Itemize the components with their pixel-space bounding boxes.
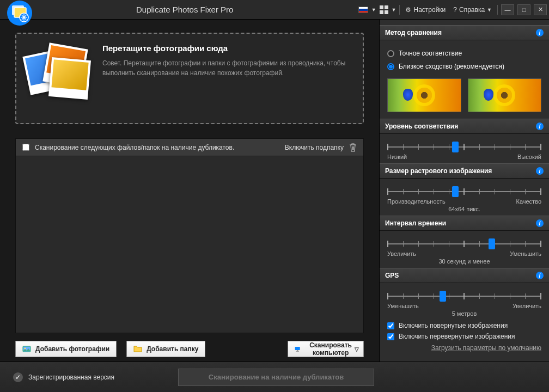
monitor-icon xyxy=(295,345,300,353)
check-icon: ✓ xyxy=(13,372,23,382)
svg-rect-8 xyxy=(296,351,298,352)
add-photos-button[interactable]: Добавить фотографии xyxy=(15,341,117,357)
time-interval-slider[interactable] xyxy=(387,241,541,247)
language-flag-icon[interactable] xyxy=(358,7,368,13)
help-button[interactable]: ?Справка▼ xyxy=(451,6,494,14)
include-flipped-checkbox[interactable] xyxy=(387,333,394,340)
include-rotated-checkbox[interactable] xyxy=(387,322,394,329)
include-subfolder-label: Включить подпапку xyxy=(285,144,344,151)
chevron-down-icon: ▽ xyxy=(355,346,359,352)
qr-icon[interactable] xyxy=(380,5,388,14)
chevron-down-icon: ▼ xyxy=(487,7,492,13)
scan-computer-button[interactable]: Сканировать компьютер ▽ xyxy=(288,341,364,357)
info-icon[interactable]: i xyxy=(536,219,544,227)
preview-image-left xyxy=(387,78,461,112)
section-bitmap-size: Размер растрового изображения i xyxy=(380,163,549,179)
scan-computer-label: Сканировать компьютер xyxy=(304,341,357,357)
trash-icon[interactable] xyxy=(349,143,357,152)
scan-duplicates-button[interactable]: Сканирование на наличие дубликатов xyxy=(178,369,374,386)
include-rotated-row[interactable]: Включить повернутые изображения xyxy=(380,320,549,331)
chevron-down-icon[interactable]: ▼ xyxy=(392,7,396,13)
app-title: Duplicate Photos Fixer Pro xyxy=(33,5,358,14)
photos-stack-icon xyxy=(26,44,91,103)
app-logo-icon xyxy=(7,0,33,26)
dropzone-hint: Совет. Перетащите фотографии и папки с ф… xyxy=(102,58,353,78)
radio-exact-match[interactable]: Точное соответствие xyxy=(387,47,541,60)
maximize-button[interactable]: □ xyxy=(517,4,530,15)
section-match-level: Уровень соответствия i xyxy=(380,119,549,134)
add-folder-label: Добавить папку xyxy=(147,345,198,353)
dropzone-heading: Перетащите фотографии сюда xyxy=(102,44,353,53)
bitmap-value: 64x64 пикс. xyxy=(387,206,541,212)
scanlist-heading: Сканирование следующих файлов/папок на н… xyxy=(35,144,279,151)
section-gps: GPS i xyxy=(380,268,549,283)
load-defaults-link[interactable]: Загрузить параметры по умолчанию xyxy=(380,342,549,354)
photo-icon xyxy=(22,345,31,353)
add-folder-button[interactable]: Добавить папку xyxy=(126,341,205,357)
help-icon: ? xyxy=(453,6,457,14)
preview-image-right xyxy=(468,78,542,112)
svg-rect-7 xyxy=(297,351,298,351)
dropzone[interactable]: Перетащите фотографии сюда Совет. Перета… xyxy=(15,33,364,124)
svg-rect-6 xyxy=(295,347,300,350)
gps-value: 5 метров xyxy=(387,310,541,317)
section-time-interval: Интервал времени i xyxy=(380,216,549,231)
scanlist-body xyxy=(16,156,363,333)
section-compare-method: Метод сравнения i xyxy=(380,25,549,40)
settings-sidebar: Метод сравнения i Точное соответствие Бл… xyxy=(379,20,549,362)
radio-icon xyxy=(387,63,394,70)
registered-status: ✓ Зарегистрированная версия xyxy=(13,372,114,382)
scan-list: Сканирование следующих файлов/папок на н… xyxy=(15,138,364,333)
bitmap-size-slider[interactable] xyxy=(387,188,541,195)
info-icon[interactable]: i xyxy=(536,272,544,279)
info-icon[interactable]: i xyxy=(536,122,544,130)
info-icon[interactable]: i xyxy=(536,29,544,36)
titlebar: Duplicate Photos Fixer Pro ▼ ▼ ⚙Настройк… xyxy=(0,0,549,20)
minimize-button[interactable]: — xyxy=(501,4,514,15)
select-all-checkbox[interactable] xyxy=(22,144,29,151)
info-icon[interactable]: i xyxy=(536,167,544,175)
footer: ✓ Зарегистрированная версия Сканирование… xyxy=(0,362,549,392)
include-flipped-row[interactable]: Включить перевернутые изображения xyxy=(380,331,549,342)
gps-slider[interactable] xyxy=(387,293,541,299)
radio-icon xyxy=(387,50,394,57)
radio-similar-match[interactable]: Близкое сходство (рекомендуется) xyxy=(387,60,541,73)
folder-icon xyxy=(133,345,142,353)
chevron-down-icon[interactable]: ▼ xyxy=(371,7,376,13)
main-panel: Перетащите фотографии сюда Совет. Перета… xyxy=(0,20,379,362)
settings-button[interactable]: ⚙Настройки xyxy=(403,6,448,14)
close-button[interactable]: ✕ xyxy=(534,4,547,15)
gear-icon: ⚙ xyxy=(405,6,411,14)
time-value: 30 секунд и менее xyxy=(387,258,541,265)
add-photos-label: Добавить фотографии xyxy=(35,345,109,353)
match-level-slider[interactable] xyxy=(387,144,541,150)
